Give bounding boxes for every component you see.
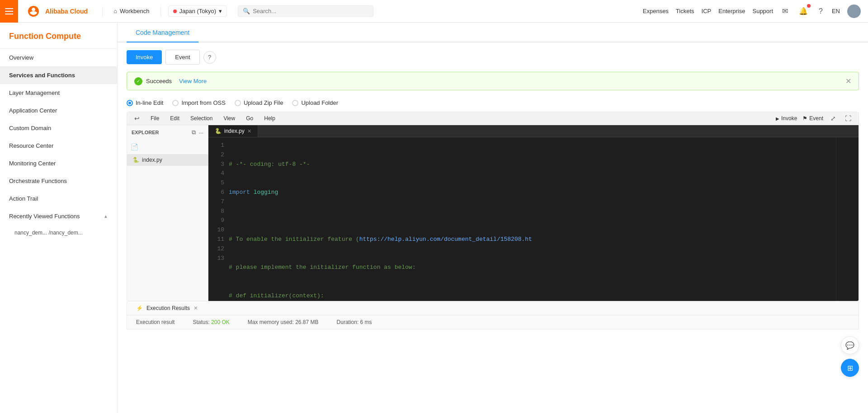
radio-label-inline: In-line Edit — [136, 99, 163, 106]
sidebar-item-action-trail[interactable]: Action Trail — [0, 190, 117, 207]
icp-link[interactable]: ICP — [702, 8, 712, 14]
radio-import-oss[interactable]: Import from OSS — [172, 99, 226, 106]
explorer-copy-button[interactable]: ⧉ — [192, 129, 196, 136]
status-value: 200 OK — [211, 319, 230, 325]
user-avatar[interactable] — [847, 5, 861, 18]
code-minimap — [836, 137, 859, 301]
duration-item: Duration: 6 ms — [337, 319, 372, 325]
success-close-button[interactable]: ✕ — [845, 77, 851, 85]
code-tab-index-py[interactable]: 🐍 index.py ✕ — [208, 125, 258, 137]
view-menu[interactable]: View — [222, 114, 237, 122]
editor-invoke-label: Invoke — [781, 115, 797, 122]
radio-label-folder: Upload Folder — [301, 99, 338, 106]
enterprise-link[interactable]: Enterprise — [718, 8, 745, 14]
go-menu[interactable]: Go — [244, 114, 255, 122]
code-lines[interactable]: # -*- coding: utf-8 -*- import logging #… — [229, 137, 836, 301]
chevron-down-icon: ▾ — [219, 8, 222, 14]
explorer-collapse-button[interactable]: 📄 — [127, 141, 142, 152]
execution-result-label: Execution result — [136, 319, 175, 325]
sidebar-item-overview[interactable]: Overview — [0, 49, 117, 66]
tab-code-management[interactable]: Code Management — [127, 23, 198, 42]
max-memory-item: Max memory used: 26.87 MB — [248, 319, 319, 325]
help-circle-button[interactable]: ? — [203, 51, 216, 64]
sidebar-item-application[interactable]: Application Center — [0, 102, 117, 119]
duration-label: Duration: — [337, 319, 359, 325]
sidebar-item-label: Layer Management — [9, 89, 60, 96]
workbench-button[interactable]: ⌂ Workbench — [110, 8, 153, 14]
explorer-more-button[interactable]: ··· — [198, 129, 203, 136]
sidebar-item-label: Application Center — [9, 107, 57, 114]
selection-menu[interactable]: Selection — [189, 114, 214, 122]
code-tab-close-button[interactable]: ✕ — [247, 128, 251, 134]
language-button[interactable]: EN — [832, 8, 840, 14]
code-tab-bar: 🐍 index.py ✕ — [208, 125, 859, 137]
duration-value: 6 ms — [360, 319, 372, 325]
sidebar-item-recently-viewed[interactable]: Recently Viewed Functions ▲ — [0, 207, 117, 225]
code-editor: ↩ File Edit Selection View Go Help ▶ Inv… — [127, 112, 859, 301]
python-tab-icon: 🐍 — [215, 128, 222, 134]
sidebar-item-label: Overview — [9, 54, 33, 61]
region-selector[interactable]: Japan (Tokyo) ▾ — [168, 5, 227, 17]
explorer-label: EXPLORER — [132, 130, 159, 135]
status-bar: Execution result Status: 200 OK Max memo… — [127, 315, 859, 329]
invoke-bar: Invoke Event ? — [118, 42, 868, 72]
sidebar-item-label: Monitoring Center — [9, 160, 56, 167]
max-memory-label: Max memory used: — [248, 319, 294, 325]
python-file-icon: 🐍 — [132, 157, 139, 163]
sidebar-title: Function Compute — [0, 23, 117, 49]
editor-toolbar-left: ↩ File Edit Selection View Go Help — [132, 114, 277, 123]
hamburger-button[interactable] — [0, 0, 18, 23]
expenses-link[interactable]: Expenses — [643, 8, 669, 14]
event-button[interactable]: Event — [165, 50, 199, 65]
search-box: 🔍 — [238, 5, 373, 17]
radio-upload-zip[interactable]: Upload Zip File — [235, 99, 283, 106]
sidebar-item-label: Action Trail — [9, 195, 38, 202]
radio-inline-edit[interactable]: In-line Edit — [127, 99, 163, 106]
editor-event-label: Event — [809, 115, 823, 122]
sidebar-recently-viewed-item[interactable]: nancy_dem... /nancy_dem... — [0, 225, 117, 240]
back-navigation-button[interactable]: ↩ — [132, 114, 142, 123]
execution-close-button[interactable]: ✕ — [193, 305, 198, 311]
apps-float-button[interactable]: ⊞ — [841, 359, 859, 377]
view-more-link[interactable]: View More — [179, 78, 207, 84]
fullscreen-button[interactable]: ⛶ — [843, 114, 853, 123]
notification-button[interactable]: 🔔 — [797, 5, 810, 17]
sidebar: Function Compute Overview Services and F… — [0, 23, 118, 413]
expand-button[interactable]: ⤢ — [829, 114, 838, 123]
sidebar-item-services[interactable]: Services and Functions — [0, 66, 117, 84]
editor-event-button[interactable]: ⚑ Event — [802, 115, 823, 122]
explorer-header: EXPLORER ⧉ ··· — [127, 125, 208, 140]
logo-text: Alibaba Cloud — [45, 8, 88, 15]
sidebar-item-layer[interactable]: Layer Management — [0, 84, 117, 102]
editor-invoke-button[interactable]: ▶ Invoke — [776, 115, 797, 122]
radio-label-oss: Import from OSS — [181, 99, 226, 106]
chat-float-button[interactable]: 💬 — [841, 336, 859, 354]
status-label: Status: — [193, 319, 209, 325]
edit-menu[interactable]: Edit — [168, 114, 181, 122]
sidebar-item-custom-domain[interactable]: Custom Domain — [0, 119, 117, 137]
editor-toolbar: ↩ File Edit Selection View Go Help ▶ Inv… — [127, 112, 859, 125]
sidebar-item-monitoring[interactable]: Monitoring Center — [0, 155, 117, 172]
sidebar-item-orchestrate[interactable]: Orchestrate Functions — [0, 172, 117, 190]
home-icon: ⌂ — [113, 8, 117, 14]
invoke-button[interactable]: Invoke — [127, 50, 162, 64]
tab-bar: Code Management — [118, 23, 868, 42]
help-menu[interactable]: Help — [262, 114, 277, 122]
sidebar-item-label: Custom Domain — [9, 125, 51, 131]
help-button[interactable]: ? — [817, 5, 825, 17]
message-button[interactable]: ✉ — [780, 5, 790, 17]
radio-dot-folder — [292, 100, 298, 106]
code-content[interactable]: 12345 678910 111213 # -*- coding: utf-8 … — [208, 137, 859, 301]
support-link[interactable]: Support — [752, 8, 773, 14]
logo-area: Alibaba Cloud — [25, 3, 88, 19]
radio-upload-folder[interactable]: Upload Folder — [292, 99, 338, 106]
tickets-link[interactable]: Tickets — [676, 8, 694, 14]
sidebar-item-label: Orchestrate Functions — [9, 178, 67, 184]
search-input[interactable] — [253, 8, 368, 14]
nav-divider-2 — [160, 7, 161, 16]
line-numbers: 12345 678910 111213 — [208, 137, 229, 301]
code-area[interactable]: 🐍 index.py ✕ 12345 678910 111213 # -*- c… — [208, 125, 859, 301]
file-menu[interactable]: File — [149, 114, 161, 122]
file-item-index-py[interactable]: 🐍 index.py — [127, 154, 208, 166]
sidebar-item-resource[interactable]: Resource Center — [0, 137, 117, 155]
